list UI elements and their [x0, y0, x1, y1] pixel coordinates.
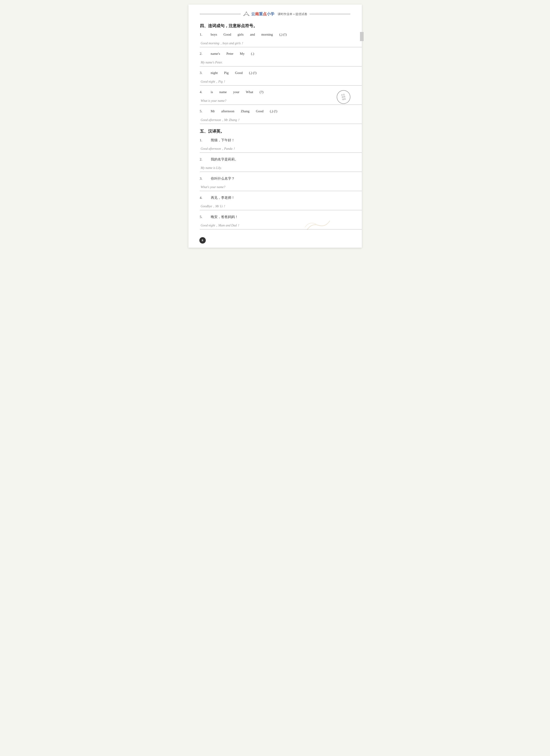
header-center: 云 南 重 点 小 学 课时作业本＋提优试卷 [243, 11, 307, 17]
right-edge [360, 32, 364, 41]
word-4-2-1: name's [211, 52, 220, 56]
header-line-left [200, 14, 241, 14]
word-4-1-6: (,) (!) [279, 33, 286, 37]
answer-line-ext-4-5 [350, 124, 362, 124]
exercise-block-5-5: 5. 晚安，爸爸妈妈！ Good night，Mum and Dad！ [200, 215, 350, 229]
question-num-5-5: 5. [200, 215, 205, 219]
question-num-5-2: 2. [200, 158, 205, 161]
word-4-2-4: (.) [251, 52, 254, 56]
section-five-title: 五、汉译英。 [200, 129, 350, 134]
word-4-5-2: afternoon [221, 109, 234, 113]
chinese-5-1: 熊猫，下午好！ [211, 138, 235, 142]
answer-line-ext-5-2 [350, 172, 362, 172]
word-4-1-4: and [250, 33, 255, 37]
answer-row-5-1: Good afternoon，Panda！ [200, 146, 350, 153]
question-num-4-4: 4. [200, 90, 205, 94]
answer-row-4-5: Good afternoon，Mr Zhang！ [200, 118, 350, 124]
exercise-block-5-4: 4. 再见，李老师！ Goodbye，Mr Li！ [200, 196, 350, 210]
question-row-4-5: 5. Mr afternoon Zhang Good (,) (!) [200, 109, 350, 117]
word-4-1-1: boys [211, 33, 217, 37]
exercise-block-4-3: 3. night Pig Good (,) (!) Good night，Pig… [200, 71, 350, 86]
logo-char-3: 重 [259, 11, 263, 17]
exercise-block-5-3: 3. 你叫什么名字？ What's your name? [200, 176, 350, 191]
exercise-block-5-1: 1. 熊猫，下午好！ Good afternoon，Panda！ [200, 138, 350, 153]
question-num-4-5: 5. [200, 109, 205, 113]
answer-text-5-3: What's your name? [200, 185, 226, 189]
question-row-4-4: 4. is name your What (?) [200, 90, 350, 97]
question-row-4-1: 1. boys Good girls and morning (,) (!) [200, 33, 350, 40]
word-4-4-5: (?) [260, 90, 264, 94]
page: 云 南 重 点 小 学 课时作业本＋提优试卷 四、连词成句，注意标点符号。 1.… [189, 5, 362, 248]
question-row-5-1: 1. 熊猫，下午好！ [200, 138, 350, 145]
header-line-right [309, 14, 350, 14]
answer-line-ext-5-1 [350, 152, 362, 153]
answer-row-5-3: What's your name? [200, 185, 350, 191]
word-4-1-2: Good [224, 33, 231, 37]
word-4-4-1: is [211, 90, 213, 94]
question-num-5-1: 1. [200, 138, 205, 142]
answer-text-4-3: Good night，Pig！ [200, 80, 226, 83]
answer-row-4-1: Good morning，boys and girls！ [200, 41, 350, 47]
exercise-block-4-2: 2. name's Peter My (.) My name's Peter. [200, 52, 350, 66]
crown-icon [243, 12, 250, 17]
exercise-block-4-5: 5. Mr afternoon Zhang Good (,) (!) Good … [200, 109, 350, 124]
word-4-4-3: your [233, 90, 240, 94]
word-4-4-4: What [246, 90, 253, 94]
section-four-title: 四、连词成句，注意标点符号。 [200, 23, 350, 29]
word-4-5-1: Mr [211, 109, 215, 113]
word-4-3-3: Good [235, 71, 243, 75]
question-row-5-3: 3. 你叫什么名字？ [200, 176, 350, 184]
logo-char-1: 云 [251, 11, 255, 17]
logo-char-5: 小 [267, 11, 271, 17]
question-row-4-2: 2. name's Peter My (.) [200, 52, 350, 59]
question-num-4-1: 1. [200, 33, 205, 37]
word-4-5-4: Good [256, 109, 264, 113]
answer-line-ext-5-3 [350, 191, 362, 191]
answer-text-5-4: Goodbye，Mr Li！ [200, 205, 226, 208]
question-row-5-4: 4. 再见，李老师！ [200, 196, 350, 203]
svg-point-1 [246, 12, 247, 13]
answer-text-5-5: Good night，Mum and Dad！ [200, 224, 240, 227]
answer-text-5-2: My name is Lily. [200, 166, 222, 170]
header-subtitle: 课时作业本＋提优试卷 [277, 12, 307, 16]
word-4-4-2: name [220, 90, 227, 94]
word-4-2-2: Peter [227, 52, 234, 56]
answer-line-ext-5-4 [350, 210, 362, 210]
question-num-5-4: 4. [200, 196, 205, 200]
word-4-3-4: (,) (!) [249, 71, 257, 75]
word-4-1-5: morning [262, 33, 273, 37]
answer-row-5-2: My name is Lily. [200, 165, 350, 172]
answer-row-5-5: Good night，Mum and Dad！ [200, 223, 350, 229]
logo-char-2: 南 [255, 11, 259, 17]
answer-row-4-2: My name's Peter. [200, 60, 350, 66]
word-4-5-5: (,) (!) [270, 109, 277, 113]
exercise-block-4-1: 1. boys Good girls and morning (,) (!) G… [200, 33, 350, 47]
word-4-3-1: night [211, 71, 218, 75]
logo-char-6: 学 [271, 11, 275, 17]
section-five: 五、汉译英。 1. 熊猫，下午好！ Good afternoon，Panda！ … [200, 129, 350, 229]
logo-char-4: 点 [263, 11, 267, 17]
question-num-5-3: 3. [200, 177, 205, 181]
question-row-4-3: 3. night Pig Good (,) (!) [200, 71, 350, 78]
answer-text-5-1: Good afternoon，Panda！ [200, 147, 236, 150]
answer-text-4-2: My name's Peter. [200, 61, 223, 64]
answer-text-4-1: Good morning，boys and girls！ [200, 42, 244, 45]
exercise-block-4-4: 4. is name your What (?) 作业 精批 细改 What i… [200, 90, 350, 105]
answer-line-ext-4-1 [350, 47, 362, 47]
question-row-5-2: 2. 我的名字是莉莉。 [200, 157, 350, 165]
chinese-5-3: 你叫什么名字？ [211, 176, 235, 181]
answer-row-4-4: What is your name? [200, 98, 350, 105]
word-4-2-3: My [240, 52, 245, 56]
brush-decoration [305, 218, 332, 232]
svg-point-2 [244, 15, 244, 16]
word-4-5-3: Zhang [241, 109, 249, 113]
chinese-5-2: 我的名字是莉莉。 [211, 157, 238, 162]
question-num-4-2: 2. [200, 52, 205, 56]
logo-chars: 云 南 重 点 小 学 [251, 11, 275, 17]
word-4-1-3: girls [238, 33, 244, 37]
answer-row-4-3: Good night，Pig！ [200, 79, 350, 86]
exercise-block-5-2: 2. 我的名字是莉莉。 My name is Lily. [200, 157, 350, 172]
chinese-5-5: 晚安，爸爸妈妈！ [211, 215, 238, 219]
svg-marker-0 [244, 12, 249, 15]
chinese-5-4: 再见，李老师！ [211, 196, 235, 200]
